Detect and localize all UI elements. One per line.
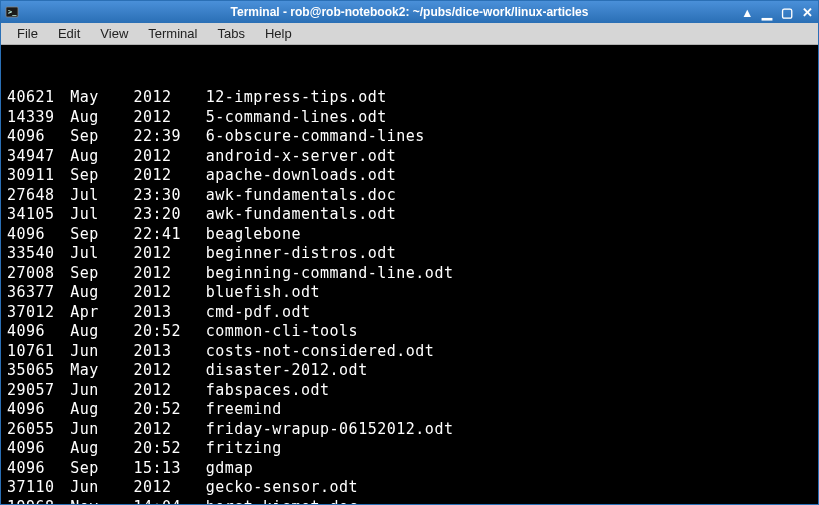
rollup-button[interactable]: ▴	[740, 5, 754, 19]
file-name: disaster-2012.odt	[206, 361, 368, 381]
file-month: Sep	[70, 166, 133, 186]
file-size: 27008	[7, 264, 70, 284]
file-month: Sep	[70, 127, 133, 147]
file-name: awk-fundamentals.odt	[206, 205, 397, 225]
terminal-output[interactable]: 40621May201212-impress-tips.odt14339Aug2…	[1, 45, 818, 504]
file-month: Jul	[70, 186, 133, 206]
file-size: 4096	[7, 225, 70, 245]
file-name: android-x-server.odt	[206, 147, 397, 167]
file-month: Nov	[70, 498, 133, 505]
menu-view[interactable]: View	[90, 24, 138, 43]
file-name: freemind	[206, 400, 282, 420]
file-month: Sep	[70, 459, 133, 479]
file-size: 30911	[7, 166, 70, 186]
listing-row: 29057Jun2012fabspaces.odt	[7, 381, 812, 401]
listing-row: 30911Sep2012apache-downloads.odt	[7, 166, 812, 186]
file-time-or-year: 2012	[133, 166, 205, 186]
listing-row: 19968Nov14:04horst-kismet.doc	[7, 498, 812, 505]
file-name: gdmap	[206, 459, 254, 479]
menu-terminal[interactable]: Terminal	[138, 24, 207, 43]
listing-row: 10761Jun2013costs-not-considered.odt	[7, 342, 812, 362]
file-month: Jun	[70, 420, 133, 440]
file-month: Jun	[70, 478, 133, 498]
file-name: costs-not-considered.odt	[206, 342, 435, 362]
file-name: gecko-sensor.odt	[206, 478, 359, 498]
terminal-icon: >_	[5, 5, 19, 19]
file-size: 34105	[7, 205, 70, 225]
file-time-or-year: 14:04	[133, 498, 205, 505]
file-size: 29057	[7, 381, 70, 401]
file-size: 14339	[7, 108, 70, 128]
file-month: Sep	[70, 264, 133, 284]
file-month: Jun	[70, 381, 133, 401]
file-month: Apr	[70, 303, 133, 323]
window-controls: ▴ ▁ ▢ ✕	[740, 5, 814, 19]
menu-help[interactable]: Help	[255, 24, 302, 43]
maximize-button[interactable]: ▢	[780, 5, 794, 19]
file-time-or-year: 2012	[133, 283, 205, 303]
file-month: Jul	[70, 205, 133, 225]
file-month: May	[70, 88, 133, 108]
listing-row: 35065May2012disaster-2012.odt	[7, 361, 812, 381]
listing-row: 26055Jun2012friday-wrapup-06152012.odt	[7, 420, 812, 440]
listing-row: 14339Aug20125-command-lines.odt	[7, 108, 812, 128]
close-button[interactable]: ✕	[800, 5, 814, 19]
file-size: 4096	[7, 439, 70, 459]
listing-row: 37110Jun2012gecko-sensor.odt	[7, 478, 812, 498]
listing-row: 34947Aug2012android-x-server.odt	[7, 147, 812, 167]
file-size: 26055	[7, 420, 70, 440]
file-time-or-year: 2012	[133, 244, 205, 264]
file-name: beginner-distros.odt	[206, 244, 397, 264]
listing-row: 27648Jul23:30awk-fundamentals.doc	[7, 186, 812, 206]
file-name: awk-fundamentals.doc	[206, 186, 397, 206]
file-name: fabspaces.odt	[206, 381, 330, 401]
listing-row: 40621May201212-impress-tips.odt	[7, 88, 812, 108]
file-name: 5-command-lines.odt	[206, 108, 387, 128]
file-name: horst-kismet.doc	[206, 498, 359, 505]
file-size: 19968	[7, 498, 70, 505]
listing-row: 4096Sep22:396-obscure-command-lines	[7, 127, 812, 147]
file-month: Jun	[70, 342, 133, 362]
listing-row: 4096Aug20:52freemind	[7, 400, 812, 420]
file-month: Aug	[70, 283, 133, 303]
file-name: beaglebone	[206, 225, 301, 245]
menu-edit[interactable]: Edit	[48, 24, 90, 43]
file-name: 6-obscure-command-lines	[206, 127, 425, 147]
minimize-button[interactable]: ▁	[760, 5, 774, 19]
file-name: beginning-command-line.odt	[206, 264, 454, 284]
file-size: 33540	[7, 244, 70, 264]
listing-row: 34105Jul23:20awk-fundamentals.odt	[7, 205, 812, 225]
listing-row: 4096Sep15:13gdmap	[7, 459, 812, 479]
menu-tabs[interactable]: Tabs	[207, 24, 254, 43]
file-size: 4096	[7, 459, 70, 479]
file-size: 37012	[7, 303, 70, 323]
file-month: Jul	[70, 244, 133, 264]
titlebar[interactable]: >_ Terminal - rob@rob-notebook2: ~/pubs/…	[1, 1, 818, 23]
listing-row: 4096Aug20:52fritzing	[7, 439, 812, 459]
listing-row: 36377Aug2012bluefish.odt	[7, 283, 812, 303]
file-month: Aug	[70, 147, 133, 167]
file-name: fritzing	[206, 439, 282, 459]
file-name: apache-downloads.odt	[206, 166, 397, 186]
file-time-or-year: 20:52	[133, 439, 205, 459]
file-time-or-year: 2013	[133, 342, 205, 362]
menu-file[interactable]: File	[7, 24, 48, 43]
file-name: cmd-pdf.odt	[206, 303, 311, 323]
file-time-or-year: 2012	[133, 147, 205, 167]
file-name: bluefish.odt	[206, 283, 320, 303]
file-size: 4096	[7, 400, 70, 420]
file-size: 37110	[7, 478, 70, 498]
file-size: 4096	[7, 127, 70, 147]
file-time-or-year: 22:41	[133, 225, 205, 245]
menubar: File Edit View Terminal Tabs Help	[1, 23, 818, 45]
file-time-or-year: 2012	[133, 381, 205, 401]
terminal-window: >_ Terminal - rob@rob-notebook2: ~/pubs/…	[0, 0, 819, 505]
file-time-or-year: 2012	[133, 108, 205, 128]
listing-row: 37012Apr2013cmd-pdf.odt	[7, 303, 812, 323]
file-time-or-year: 2013	[133, 303, 205, 323]
listing-row: 4096Aug20:52common-cli-tools	[7, 322, 812, 342]
file-name: 12-impress-tips.odt	[206, 88, 387, 108]
listing-row: 4096Sep22:41beaglebone	[7, 225, 812, 245]
file-time-or-year: 23:20	[133, 205, 205, 225]
file-name: friday-wrapup-06152012.odt	[206, 420, 454, 440]
